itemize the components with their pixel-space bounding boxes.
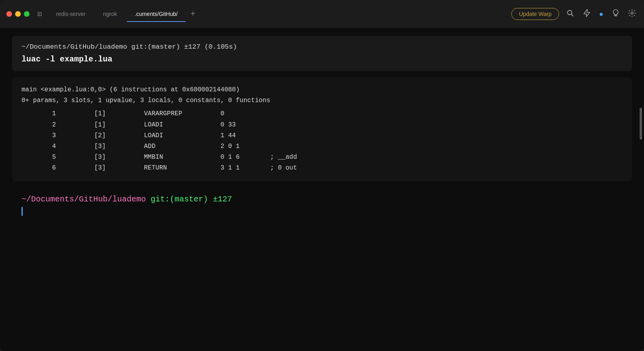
current-prompt-block[interactable]: ~/Documents/GitHub/luademo git:(master) …: [12, 191, 632, 220]
output-header-1: main <example.lua:0,0> (6 instructions a…: [22, 85, 622, 95]
terminal-window: ⊡ redis-server ngrok .cuments/GitHub/ + …: [0, 0, 644, 351]
search-icon: [566, 9, 574, 17]
history-command: luac -l example.lua: [22, 55, 622, 64]
instruction-row-5: 5 [3] MMBIN 0 1 6 ; __add: [22, 152, 622, 163]
scrollbar[interactable]: [639, 28, 642, 351]
prompt-git: git:(master): [151, 195, 208, 204]
search-icon-button[interactable]: [565, 8, 576, 21]
scrollbar-thumb[interactable]: [640, 108, 642, 140]
instruction-row-4: 4 [3] ADD 2 0 1: [22, 141, 622, 152]
cursor-line[interactable]: [22, 207, 622, 216]
bolt-icon-button[interactable]: [581, 8, 592, 21]
titlebar-actions: Update Warp ●: [511, 8, 638, 21]
terminal-content: ~/Documents/GitHub/luademo git:(master) …: [0, 28, 644, 351]
output-block: main <example.lua:0,0> (6 instructions a…: [12, 77, 632, 181]
close-button[interactable]: [6, 11, 12, 17]
history-prompt: ~/Documents/GitHub/luademo git:(master) …: [22, 43, 622, 51]
instruction-row-1: 1 [1] VARARGPREP 0: [22, 108, 622, 119]
instruction-row-2: 2 [1] LOADI 0 33: [22, 120, 622, 130]
history-command-block: ~/Documents/GitHub/luademo git:(master) …: [12, 36, 632, 71]
tab-ngrok[interactable]: ngrok: [95, 8, 125, 20]
update-warp-button[interactable]: Update Warp: [511, 8, 559, 20]
svg-line-1: [571, 14, 573, 16]
lightbulb-icon: [612, 9, 619, 17]
prompt-path: ~/Documents/GitHub/luademo: [22, 195, 146, 204]
output-header-2: 0+ params, 3 slots, 1 upvalue, 3 locals,…: [22, 95, 622, 106]
add-tab-button[interactable]: +: [187, 8, 198, 20]
terminal-cursor: [22, 207, 23, 216]
titlebar: ⊡ redis-server ngrok .cuments/GitHub/ + …: [0, 0, 644, 28]
sidebar-icon[interactable]: ⊡: [37, 10, 42, 18]
tab-redis-server[interactable]: redis-server: [48, 8, 94, 20]
settings-icon: [628, 9, 636, 17]
instruction-row-3: 3 [2] LOADI 1 44: [22, 130, 622, 141]
settings-icon-button[interactable]: [626, 8, 638, 21]
traffic-lights: [6, 11, 29, 17]
maximize-button[interactable]: [24, 11, 29, 17]
current-prompt-line: ~/Documents/GitHub/luademo git:(master) …: [22, 195, 622, 204]
lightbulb-icon-button[interactable]: [611, 8, 621, 21]
prompt-suffix: ±127: [213, 195, 232, 204]
tab-documents-github[interactable]: .cuments/GitHub/: [127, 8, 186, 20]
tabs-container: redis-server ngrok .cuments/GitHub/ +: [48, 8, 507, 20]
minimize-button[interactable]: [15, 11, 21, 17]
dot-icon-button[interactable]: ●: [597, 8, 605, 20]
instruction-row-6: 6 [3] RETURN 3 1 1 ; 0 out: [22, 163, 622, 174]
svg-point-2: [631, 12, 633, 14]
bolt-icon: [583, 9, 590, 17]
